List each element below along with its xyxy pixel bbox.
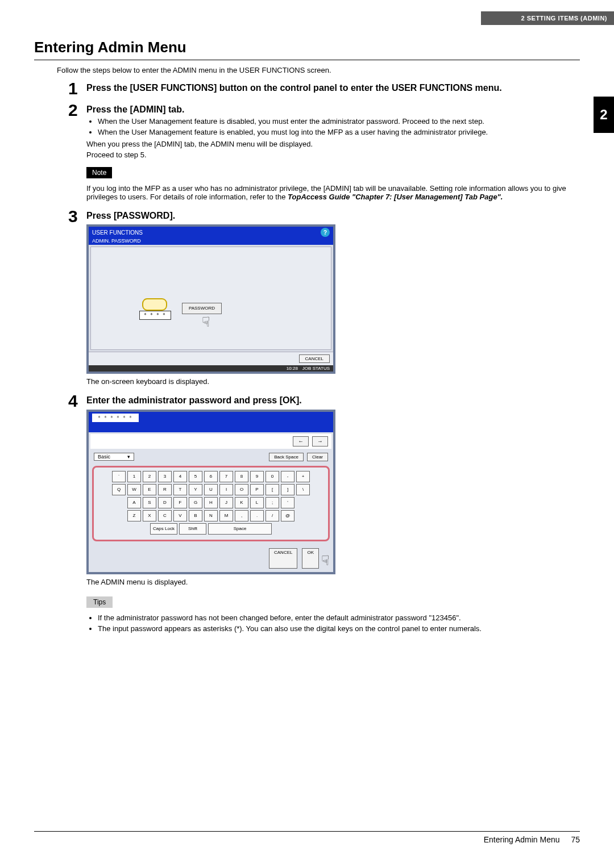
keyboard-key[interactable]: @ xyxy=(281,510,294,521)
keyboard-key[interactable]: I xyxy=(219,484,233,495)
keyboard-key[interactable]: R xyxy=(158,484,172,495)
space-key[interactable]: Space xyxy=(208,523,272,535)
keyboard-key[interactable]: 0 xyxy=(265,471,279,482)
keyboard-key[interactable]: + xyxy=(296,471,310,482)
keyboard-key[interactable]: B xyxy=(189,510,202,521)
step-3: 3 Press [PASSWORD]. USER FUNCTIONS ? ADM… xyxy=(68,208,574,388)
keyboard-key[interactable]: W xyxy=(127,484,141,495)
step-number: 2 xyxy=(68,102,86,203)
keyboard-key[interactable]: ] xyxy=(281,484,294,495)
header-section-label: 2 SETTING ITEMS (ADMIN) xyxy=(481,11,614,25)
keyboard-key[interactable]: 2 xyxy=(143,471,156,482)
keyboard-key[interactable]: V xyxy=(173,510,187,521)
cursor-right-button[interactable]: → xyxy=(312,436,328,446)
keyboard-key[interactable]: G xyxy=(189,497,202,508)
pointer-hand-icon: ☟ xyxy=(202,314,210,330)
keyboard-key[interactable]: ' xyxy=(281,497,294,508)
keyboard-key[interactable]: ` xyxy=(112,471,126,482)
screenshot-keyboard: ＊＊＊＊＊＊ ← → Basic ▾ Back Spa xyxy=(86,410,335,574)
step-number: 1 xyxy=(68,80,86,97)
keyboard-key[interactable]: K xyxy=(235,497,248,508)
keyboard-key[interactable]: Y xyxy=(189,484,202,495)
step-title: Enter the administrator password and pre… xyxy=(86,395,574,406)
password-display: ＊＊＊＊ xyxy=(139,311,171,320)
keyboard-key[interactable]: 6 xyxy=(204,471,218,482)
ok-button[interactable]: OK xyxy=(302,548,319,569)
tip-item: The input password appears as asterisks … xyxy=(98,624,574,633)
keyboard-key[interactable]: S xyxy=(143,497,156,508)
step-title: Press the [ADMIN] tab. xyxy=(86,104,574,115)
keyboard-key[interactable]: \ xyxy=(296,484,310,495)
keyboard-key[interactable]: [ xyxy=(265,484,279,495)
page-number: 75 xyxy=(571,835,580,844)
password-input[interactable]: ＊＊＊＊＊＊ xyxy=(92,414,139,422)
cancel-button[interactable]: CANCEL xyxy=(269,548,297,569)
step-title: Press the [USER FUNCTIONS] button on the… xyxy=(86,82,574,93)
step-1: 1 Press the [USER FUNCTIONS] button on t… xyxy=(68,80,574,97)
keyboard-key[interactable]: P xyxy=(250,484,264,495)
keyboard-key[interactable]: T xyxy=(173,484,187,495)
window-title: USER FUNCTIONS xyxy=(92,229,143,236)
keyboard-key[interactable]: 7 xyxy=(219,471,233,482)
screenshot-password: USER FUNCTIONS ? ADMIN. PASSWORD ＊＊＊＊ PA… xyxy=(86,224,335,374)
keyboard-key[interactable]: N xyxy=(204,510,218,521)
note-text: If you log into the MFP as a user who ha… xyxy=(86,184,574,201)
keyboard-key[interactable]: O xyxy=(235,484,248,495)
plain-text: Proceed to step 5. xyxy=(86,151,574,159)
chapter-tab: 2 xyxy=(594,97,614,133)
keyboard-key[interactable]: 5 xyxy=(189,471,202,482)
chevron-down-icon: ▾ xyxy=(127,454,130,460)
onscreen-keyboard: `1234567890-+ QWERTYUIOP[]\ ASDFGHJKL;' … xyxy=(92,466,330,541)
step-title: Press [PASSWORD]. xyxy=(86,210,574,221)
keyboard-key[interactable]: C xyxy=(158,510,172,521)
job-status-button[interactable]: JOB STATUS xyxy=(302,366,330,371)
keyboard-key[interactable]: 1 xyxy=(127,471,141,482)
keyboard-key[interactable]: M xyxy=(219,510,233,521)
keyboard-key[interactable]: 3 xyxy=(158,471,172,482)
cursor-left-button[interactable]: ← xyxy=(293,436,309,446)
keyboard-key[interactable]: Z xyxy=(127,510,141,521)
password-button[interactable]: PASSWORD xyxy=(182,303,222,314)
keyboard-key[interactable]: 4 xyxy=(173,471,187,482)
step-2: 2 Press the [ADMIN] tab. When the User M… xyxy=(68,102,574,203)
keyboard-key[interactable]: H xyxy=(204,497,218,508)
keyboard-key[interactable]: U xyxy=(204,484,218,495)
keyboard-key[interactable]: J xyxy=(219,497,233,508)
key-icon xyxy=(142,298,167,311)
page-footer: Entering Admin Menu 75 xyxy=(34,831,580,844)
page-title: Entering Admin Menu xyxy=(34,39,580,60)
keyboard-key[interactable]: - xyxy=(281,471,294,482)
dropdown-label: Basic xyxy=(98,454,110,460)
keyboard-key[interactable]: E xyxy=(143,484,156,495)
keyboard-key[interactable]: 8 xyxy=(235,471,248,482)
shift-key[interactable]: Shift xyxy=(179,523,206,535)
backspace-button[interactable]: Back Space xyxy=(269,453,304,461)
bullet: When the User Management feature is disa… xyxy=(98,117,574,126)
layout-dropdown[interactable]: Basic ▾ xyxy=(94,453,134,461)
plain-text: When you press the [ADMIN] tab, the ADMI… xyxy=(86,140,574,148)
keyboard-key[interactable]: / xyxy=(265,510,279,521)
clock: 10:28 xyxy=(287,366,298,371)
tips-badge: Tips xyxy=(86,596,113,608)
cancel-button[interactable]: CANCEL xyxy=(299,354,330,363)
tip-item: If the administrator password has not be… xyxy=(98,614,574,622)
capslock-key[interactable]: Caps Lock xyxy=(150,523,177,535)
note-badge: Note xyxy=(86,167,112,178)
clear-button[interactable]: Clear xyxy=(307,453,328,461)
keyboard-key[interactable]: ; xyxy=(265,497,279,508)
step-after-text: The ADMIN menu is displayed. xyxy=(86,578,574,586)
keyboard-key[interactable]: D xyxy=(158,497,172,508)
keyboard-key[interactable]: X xyxy=(143,510,156,521)
breadcrumb: ADMIN. PASSWORD xyxy=(89,238,333,245)
note-reference: TopAccess Guide "Chapter 7: [User Manage… xyxy=(288,193,503,201)
keyboard-key[interactable]: 9 xyxy=(250,471,264,482)
keyboard-key[interactable]: F xyxy=(173,497,187,508)
keyboard-key[interactable]: L xyxy=(250,497,264,508)
step-4: 4 Enter the administrator password and p… xyxy=(68,393,574,636)
keyboard-key[interactable]: . xyxy=(250,510,264,521)
step-number: 4 xyxy=(68,393,86,636)
keyboard-key[interactable]: Q xyxy=(112,484,126,495)
help-icon[interactable]: ? xyxy=(321,228,330,237)
keyboard-key[interactable]: , xyxy=(235,510,248,521)
keyboard-key[interactable]: A xyxy=(127,497,141,508)
